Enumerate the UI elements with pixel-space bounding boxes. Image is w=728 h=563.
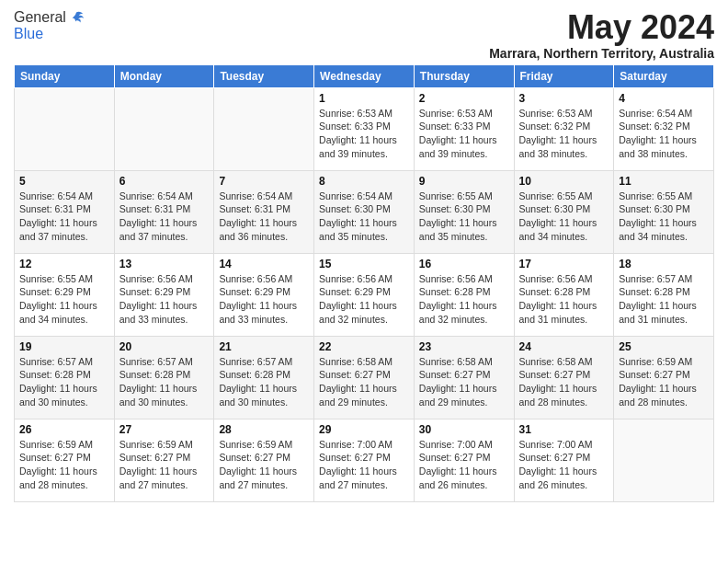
day-number: 6 bbox=[119, 175, 210, 188]
day-number: 5 bbox=[19, 175, 109, 188]
day-cell: 13Sunrise: 6:56 AMSunset: 6:29 PMDayligh… bbox=[114, 253, 214, 336]
day-cell: 16Sunrise: 6:56 AMSunset: 6:28 PMDayligh… bbox=[414, 253, 514, 336]
day-number: 22 bbox=[319, 340, 409, 353]
day-info: Sunrise: 7:00 AMSunset: 6:27 PMDaylight:… bbox=[319, 438, 409, 492]
day-cell: 20Sunrise: 6:57 AMSunset: 6:28 PMDayligh… bbox=[114, 336, 214, 419]
day-cell: 28Sunrise: 6:59 AMSunset: 6:27 PMDayligh… bbox=[214, 419, 314, 501]
day-cell: 11Sunrise: 6:55 AMSunset: 6:30 PMDayligh… bbox=[614, 170, 714, 253]
day-cell: 30Sunrise: 7:00 AMSunset: 6:27 PMDayligh… bbox=[414, 419, 514, 501]
day-cell: 31Sunrise: 7:00 AMSunset: 6:27 PMDayligh… bbox=[514, 419, 614, 501]
day-cell: 18Sunrise: 6:57 AMSunset: 6:28 PMDayligh… bbox=[614, 253, 714, 336]
day-info: Sunrise: 6:54 AMSunset: 6:32 PMDaylight:… bbox=[619, 107, 709, 161]
day-info: Sunrise: 6:55 AMSunset: 6:30 PMDaylight:… bbox=[419, 190, 509, 244]
logo-blue-text: Blue bbox=[14, 26, 43, 41]
day-number: 29 bbox=[319, 423, 409, 436]
day-header-wednesday: Wednesday bbox=[314, 64, 415, 87]
day-number: 12 bbox=[19, 258, 109, 270]
day-info: Sunrise: 6:56 AMSunset: 6:28 PMDaylight:… bbox=[519, 272, 609, 327]
day-info: Sunrise: 7:00 AMSunset: 6:27 PMDaylight:… bbox=[419, 438, 509, 492]
day-cell: 2Sunrise: 6:53 AMSunset: 6:33 PMDaylight… bbox=[414, 87, 514, 170]
day-number: 3 bbox=[519, 92, 609, 105]
day-cell bbox=[214, 87, 314, 170]
day-cell: 19Sunrise: 6:57 AMSunset: 6:28 PMDayligh… bbox=[15, 336, 115, 419]
day-number: 7 bbox=[219, 175, 309, 188]
day-cell: 24Sunrise: 6:58 AMSunset: 6:27 PMDayligh… bbox=[514, 336, 614, 419]
month-title: May 2024 bbox=[489, 9, 714, 46]
logo-bird-icon bbox=[68, 9, 85, 26]
week-row-3: 12Sunrise: 6:55 AMSunset: 6:29 PMDayligh… bbox=[15, 253, 714, 336]
day-number: 23 bbox=[419, 340, 509, 353]
day-number: 2 bbox=[419, 92, 509, 105]
week-row-1: 1Sunrise: 6:53 AMSunset: 6:33 PMDaylight… bbox=[15, 87, 714, 170]
day-cell: 3Sunrise: 6:53 AMSunset: 6:32 PMDaylight… bbox=[514, 87, 614, 170]
day-info: Sunrise: 6:58 AMSunset: 6:27 PMDaylight:… bbox=[319, 355, 409, 409]
day-number: 31 bbox=[519, 423, 609, 436]
day-info: Sunrise: 6:54 AMSunset: 6:30 PMDaylight:… bbox=[319, 190, 409, 244]
day-number: 25 bbox=[619, 340, 709, 353]
day-cell: 23Sunrise: 6:58 AMSunset: 6:27 PMDayligh… bbox=[414, 336, 514, 419]
title-block: May 2024 Marrara, Northern Territory, Au… bbox=[489, 9, 714, 61]
day-cell: 10Sunrise: 6:55 AMSunset: 6:30 PMDayligh… bbox=[514, 170, 614, 253]
day-number: 13 bbox=[119, 258, 210, 270]
day-info: Sunrise: 6:58 AMSunset: 6:27 PMDaylight:… bbox=[519, 355, 609, 409]
day-info: Sunrise: 6:57 AMSunset: 6:28 PMDaylight:… bbox=[19, 355, 109, 409]
day-cell bbox=[15, 87, 115, 170]
logo: General Blue bbox=[14, 9, 85, 42]
day-info: Sunrise: 6:59 AMSunset: 6:27 PMDaylight:… bbox=[219, 438, 309, 492]
day-number: 16 bbox=[419, 258, 509, 270]
day-cell bbox=[614, 419, 714, 501]
day-cell: 6Sunrise: 6:54 AMSunset: 6:31 PMDaylight… bbox=[114, 170, 214, 253]
day-info: Sunrise: 6:55 AMSunset: 6:30 PMDaylight:… bbox=[619, 190, 709, 244]
day-number: 18 bbox=[619, 258, 709, 270]
day-number: 17 bbox=[519, 258, 609, 270]
day-info: Sunrise: 6:58 AMSunset: 6:27 PMDaylight:… bbox=[419, 355, 509, 409]
day-info: Sunrise: 6:56 AMSunset: 6:28 PMDaylight:… bbox=[419, 272, 509, 327]
day-number: 24 bbox=[519, 340, 609, 353]
day-info: Sunrise: 6:54 AMSunset: 6:31 PMDaylight:… bbox=[219, 190, 309, 244]
day-info: Sunrise: 6:59 AMSunset: 6:27 PMDaylight:… bbox=[119, 438, 210, 492]
day-info: Sunrise: 6:59 AMSunset: 6:27 PMDaylight:… bbox=[619, 355, 709, 409]
day-info: Sunrise: 6:54 AMSunset: 6:31 PMDaylight:… bbox=[119, 190, 210, 244]
day-cell: 27Sunrise: 6:59 AMSunset: 6:27 PMDayligh… bbox=[114, 419, 214, 501]
day-number: 1 bbox=[319, 92, 409, 105]
day-number: 14 bbox=[219, 258, 309, 270]
day-header-sunday: Sunday bbox=[15, 64, 115, 87]
day-cell: 5Sunrise: 6:54 AMSunset: 6:31 PMDaylight… bbox=[15, 170, 115, 253]
day-info: Sunrise: 6:57 AMSunset: 6:28 PMDaylight:… bbox=[619, 272, 709, 327]
day-info: Sunrise: 6:56 AMSunset: 6:29 PMDaylight:… bbox=[219, 272, 309, 327]
day-number: 8 bbox=[319, 175, 409, 188]
day-number: 11 bbox=[619, 175, 709, 188]
day-number: 10 bbox=[519, 175, 609, 188]
day-cell: 8Sunrise: 6:54 AMSunset: 6:30 PMDaylight… bbox=[314, 170, 415, 253]
calendar-table: SundayMondayTuesdayWednesdayThursdayFrid… bbox=[14, 64, 714, 502]
day-cell: 12Sunrise: 6:55 AMSunset: 6:29 PMDayligh… bbox=[15, 253, 115, 336]
day-number: 4 bbox=[619, 92, 709, 105]
day-info: Sunrise: 6:54 AMSunset: 6:31 PMDaylight:… bbox=[19, 190, 109, 244]
week-row-2: 5Sunrise: 6:54 AMSunset: 6:31 PMDaylight… bbox=[15, 170, 714, 253]
day-header-saturday: Saturday bbox=[614, 64, 714, 87]
logo-general-text: General bbox=[14, 9, 66, 26]
day-cell: 4Sunrise: 6:54 AMSunset: 6:32 PMDaylight… bbox=[614, 87, 714, 170]
page-header: General Blue May 2024 Marrara, Northern … bbox=[14, 9, 714, 61]
day-info: Sunrise: 6:53 AMSunset: 6:33 PMDaylight:… bbox=[419, 107, 509, 161]
day-info: Sunrise: 6:55 AMSunset: 6:30 PMDaylight:… bbox=[519, 190, 609, 244]
header-row: SundayMondayTuesdayWednesdayThursdayFrid… bbox=[15, 64, 714, 87]
day-cell: 21Sunrise: 6:57 AMSunset: 6:28 PMDayligh… bbox=[214, 336, 314, 419]
day-cell: 7Sunrise: 6:54 AMSunset: 6:31 PMDaylight… bbox=[214, 170, 314, 253]
week-row-5: 26Sunrise: 6:59 AMSunset: 6:27 PMDayligh… bbox=[15, 419, 714, 501]
day-cell: 9Sunrise: 6:55 AMSunset: 6:30 PMDaylight… bbox=[414, 170, 514, 253]
day-info: Sunrise: 6:59 AMSunset: 6:27 PMDaylight:… bbox=[19, 438, 109, 492]
day-number: 26 bbox=[19, 423, 109, 436]
day-cell: 25Sunrise: 6:59 AMSunset: 6:27 PMDayligh… bbox=[614, 336, 714, 419]
day-cell bbox=[114, 87, 214, 170]
day-cell: 1Sunrise: 6:53 AMSunset: 6:33 PMDaylight… bbox=[314, 87, 415, 170]
day-cell: 14Sunrise: 6:56 AMSunset: 6:29 PMDayligh… bbox=[214, 253, 314, 336]
day-number: 30 bbox=[419, 423, 509, 436]
week-row-4: 19Sunrise: 6:57 AMSunset: 6:28 PMDayligh… bbox=[15, 336, 714, 419]
day-number: 9 bbox=[419, 175, 509, 188]
day-info: Sunrise: 6:53 AMSunset: 6:32 PMDaylight:… bbox=[519, 107, 609, 161]
day-header-tuesday: Tuesday bbox=[214, 64, 314, 87]
day-cell: 22Sunrise: 6:58 AMSunset: 6:27 PMDayligh… bbox=[314, 336, 415, 419]
day-number: 15 bbox=[319, 258, 409, 270]
day-info: Sunrise: 6:57 AMSunset: 6:28 PMDaylight:… bbox=[119, 355, 210, 409]
